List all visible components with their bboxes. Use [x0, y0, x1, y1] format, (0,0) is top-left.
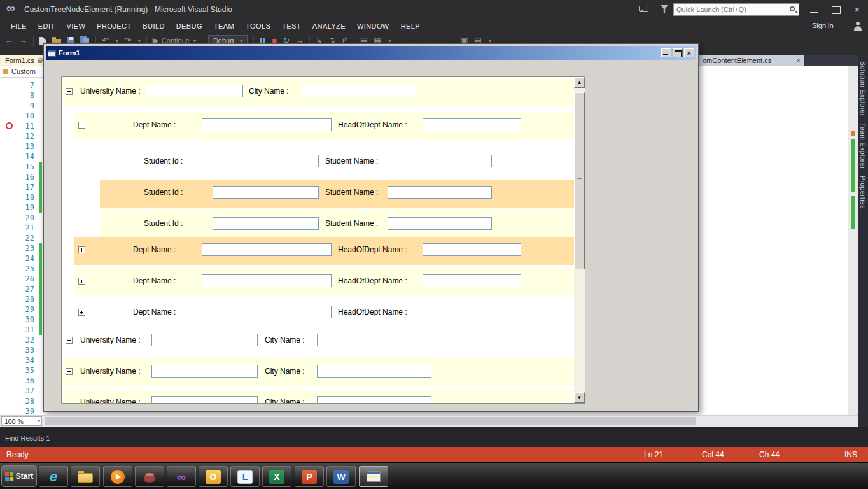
scroll-up-button[interactable]: ▲: [574, 77, 585, 88]
taskbar-excel[interactable]: X: [262, 466, 291, 487]
tree-view-panel: University Name : City Name : Dept Name …: [61, 76, 585, 404]
form-minimize-button[interactable]: [661, 48, 671, 57]
form-close-button[interactable]: ×: [684, 48, 694, 57]
feedback-icon[interactable]: [639, 6, 648, 12]
university-name-input[interactable]: [146, 85, 243, 97]
head-of-dept-label: HeadOfDept Name :: [338, 308, 407, 316]
line-number: 10: [4, 111, 34, 121]
tab-label: Form1.cs: [5, 57, 34, 64]
city-name-input[interactable]: [317, 334, 431, 346]
dept-name-input[interactable]: [202, 243, 332, 256]
taskbar-form1-app[interactable]: [359, 466, 388, 487]
menu-item[interactable]: PROJECT: [91, 22, 137, 30]
student-name-input[interactable]: [388, 217, 492, 230]
university-name-input[interactable]: [151, 365, 258, 378]
menu-item[interactable]: TEAM: [208, 22, 240, 30]
student-name-input[interactable]: [388, 155, 492, 167]
student-id-input[interactable]: [213, 217, 319, 230]
dept-name-input[interactable]: [202, 274, 332, 287]
student-id-input[interactable]: [213, 155, 319, 167]
readonly-lock-icon: [38, 60, 42, 63]
menu-item[interactable]: BUILD: [137, 22, 170, 30]
city-name-input[interactable]: [317, 396, 431, 403]
menu-item[interactable]: TEST: [276, 22, 307, 30]
minimize-button[interactable]: [803, 0, 825, 19]
sign-in-link[interactable]: Sign in: [812, 22, 834, 29]
quick-launch-input[interactable]: [676, 4, 783, 15]
menu-item[interactable]: WINDOW: [351, 22, 395, 30]
city-name-input[interactable]: [302, 85, 416, 97]
dropdown-caret-icon: ▾: [38, 418, 40, 423]
notifications-filter-icon[interactable]: [661, 5, 668, 13]
editor-scrollbar[interactable]: [848, 66, 858, 415]
taskbar-word[interactable]: W: [326, 466, 356, 487]
university-name-label: University Name :: [80, 367, 141, 376]
expand-button[interactable]: [78, 278, 85, 285]
student-name-input[interactable]: [388, 186, 492, 199]
menu-item[interactable]: HELP: [395, 22, 426, 30]
collapse-button[interactable]: [66, 88, 73, 95]
auto-hide-tab[interactable]: Team Explorer: [859, 123, 867, 169]
expand-button[interactable]: [66, 368, 73, 375]
taskbar-powerpoint[interactable]: P: [295, 466, 324, 487]
menu-item[interactable]: TOOLS: [240, 22, 276, 30]
zoom-control[interactable]: 100 % ▾: [1, 416, 42, 426]
expand-button[interactable]: [78, 309, 85, 316]
head-of-dept-label: HeadOfDept Name :: [338, 276, 407, 285]
head-of-dept-input[interactable]: [423, 118, 521, 131]
horizontal-scroll-thumb[interactable]: [45, 417, 696, 425]
collapse-button[interactable]: [78, 122, 85, 129]
tab-customcontentelement[interactable]: omContentElement.cs ×: [699, 55, 804, 66]
city-name-input[interactable]: [317, 365, 431, 378]
taskbar-lync[interactable]: L: [230, 466, 260, 487]
head-of-dept-input[interactable]: [423, 274, 521, 287]
form-scrollbar[interactable]: ▲ ▼: [574, 77, 585, 403]
status-character-number: Ch 44: [759, 450, 780, 459]
head-of-dept-label: HeadOfDept Name :: [338, 245, 407, 254]
breakpoint-indicator[interactable]: [6, 122, 13, 129]
line-number: 14: [4, 152, 34, 162]
start-button[interactable]: Start: [1, 465, 37, 487]
close-button[interactable]: ×: [846, 0, 868, 19]
university-name-input[interactable]: [151, 396, 258, 403]
auto-hide-tab[interactable]: Properties: [859, 176, 867, 209]
form1-window: Form1 × University Name : City Name : De…: [43, 43, 699, 412]
user-avatar-icon[interactable]: [853, 21, 863, 31]
city-name-label: City Name :: [249, 87, 289, 96]
maximize-button[interactable]: [825, 0, 846, 19]
taskbar-visual-studio[interactable]: ∞: [167, 466, 196, 487]
menu-item[interactable]: FILE: [5, 22, 32, 30]
navigate-back-icon[interactable]: ←: [5, 35, 13, 46]
expand-button[interactable]: [66, 337, 73, 344]
scroll-down-button[interactable]: ▼: [574, 392, 585, 403]
university-name-label: University Name :: [80, 336, 141, 344]
taskbar-file-explorer[interactable]: [71, 466, 100, 487]
taskbar-internet-explorer[interactable]: e: [39, 466, 68, 487]
taskbar-media-player[interactable]: [103, 466, 132, 487]
menu-item[interactable]: ANALYZE: [307, 22, 351, 30]
scrollbar-annotation: [851, 196, 855, 229]
editor-navigation-bar[interactable]: Custom: [0, 66, 43, 78]
menu-item[interactable]: EDIT: [32, 22, 61, 30]
expand-button[interactable]: [78, 246, 85, 253]
menu-item[interactable]: VIEW: [61, 22, 92, 30]
tab-find-results[interactable]: Find Results 1: [5, 434, 50, 442]
dept-name-input[interactable]: [202, 306, 332, 318]
head-of-dept-input[interactable]: [423, 306, 521, 318]
taskbar-outlook[interactable]: O: [199, 466, 228, 487]
navigate-forward-icon[interactable]: →: [19, 35, 27, 46]
form1-titlebar[interactable]: Form1 ×: [46, 46, 696, 60]
auto-hide-tab[interactable]: Solution Explorer: [859, 61, 867, 117]
scroll-thumb[interactable]: [574, 92, 585, 269]
university-name-input[interactable]: [151, 334, 258, 346]
file-explorer-icon: [78, 473, 93, 483]
line-number: 9: [4, 101, 34, 111]
tab-form1cs[interactable]: Form1.cs: [0, 55, 48, 66]
menu-item[interactable]: DEBUG: [171, 22, 208, 30]
form-maximize-button[interactable]: [673, 48, 683, 57]
student-id-input[interactable]: [213, 186, 319, 199]
tab-close-icon[interactable]: ×: [797, 57, 801, 64]
taskbar-sql-server[interactable]: [135, 466, 164, 487]
head-of-dept-input[interactable]: [423, 243, 521, 256]
dept-name-input[interactable]: [202, 118, 332, 131]
